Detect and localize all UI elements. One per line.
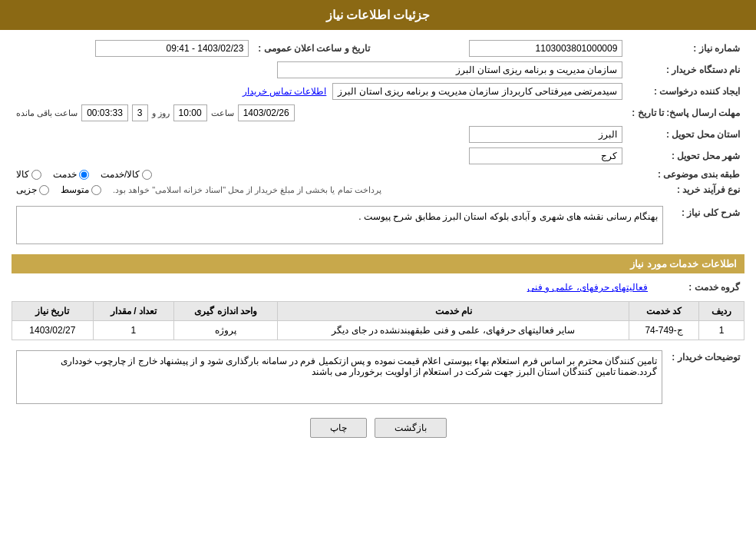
- category-khadamat-option[interactable]: خدمت: [53, 169, 89, 180]
- service-group-value[interactable]: فعالیتهای حرفهای، علمی و فنی: [527, 282, 648, 293]
- col-row-num: ردیف: [699, 302, 744, 321]
- requester-value: سیدمرتضی میرفتاحی کاربرداز سازمان مدیریت…: [332, 83, 622, 100]
- cell-unit: پروژه: [174, 321, 278, 340]
- col-date: تاریخ نیاز: [12, 302, 94, 321]
- need-desc-label: شرح کلی نیاز :: [668, 204, 744, 247]
- deadline-days: 3: [132, 104, 148, 121]
- buyer-notes-label: توضیحات خریدار :: [667, 348, 744, 406]
- need-desc-value: بهنگام رسانی نقشه های شهری و آبادی بلوکه…: [16, 206, 663, 244]
- service-group-label: گروه خدمت :: [652, 280, 744, 295]
- page-title: جزئیات اطلاعات نیاز: [326, 8, 431, 22]
- need-number-label: شماره نیاز :: [627, 38, 744, 59]
- buyer-org-value: سازمان مدیریت و برنامه ریزی استان البرز: [277, 61, 622, 78]
- page-header: جزئیات اطلاعات نیاز: [0, 0, 756, 30]
- deadline-date: 1403/02/26: [238, 104, 295, 121]
- col-unit: واحد اندازه گیری: [174, 302, 278, 321]
- cell-name: سایر فعالیتهای حرفهای، علمی و فنی طبقهبن…: [278, 321, 629, 340]
- cell-code: ج-749-74: [629, 321, 699, 340]
- process-note: پرداخت تمام یا بخشی از مبلغ خریدار از مح…: [113, 185, 381, 195]
- back-button[interactable]: بازگشت: [375, 418, 447, 438]
- category-kala-label: کالا: [16, 169, 29, 180]
- category-kala-radio[interactable]: [31, 170, 41, 180]
- deadline-time-label: ساعت: [211, 108, 234, 118]
- announce-label: تاریخ و ساعت اعلان عمومی :: [253, 38, 385, 59]
- table-row: 1 ج-749-74 سایر فعالیتهای حرفهای، علمی و…: [12, 321, 744, 340]
- need-number-value: 1103003801000009: [469, 40, 622, 57]
- services-table: ردیف کد خدمت نام خدمت واحد اندازه گیری ت…: [12, 301, 744, 340]
- cell-row-num: 1: [699, 321, 744, 340]
- process-jozvi-radio[interactable]: [39, 185, 49, 195]
- process-mottaset-option[interactable]: متوسط: [61, 184, 101, 195]
- category-khadamat-radio[interactable]: [79, 170, 89, 180]
- cell-date: 1403/02/27: [12, 321, 94, 340]
- remaining-time: 00:03:33: [81, 104, 128, 121]
- remaining-label: ساعت باقی مانده: [16, 108, 78, 118]
- buyer-notes-value: تامین کنندگان محترم بر اساس فرم استعلام …: [16, 350, 662, 404]
- process-mottaset-label: متوسط: [61, 184, 89, 195]
- requester-label: ایجاد کننده درخواست :: [627, 81, 744, 102]
- contact-link[interactable]: اطلاعات تماس خریدار: [243, 86, 327, 97]
- category-kala-option[interactable]: کالا: [16, 169, 41, 180]
- city-value: کرج: [469, 147, 622, 164]
- process-label: نوع فرآیند خرید :: [627, 182, 744, 197]
- deadline-label: مهلت ارسال پاسخ: تا تاریخ :: [627, 102, 744, 124]
- province-label: استان محل تحویل :: [627, 124, 744, 145]
- process-jozvi-option[interactable]: جزیی: [16, 184, 49, 195]
- col-name: نام خدمت: [278, 302, 629, 321]
- deadline-time: 10:00: [173, 104, 207, 121]
- category-kala-khadamat-label: کالا/خدمت: [101, 169, 140, 180]
- buyer-org-label: نام دستگاه خریدار :: [627, 59, 744, 81]
- services-section-title: اطلاعات خدمات مورد نیاز: [12, 254, 744, 273]
- button-row: بازگشت چاپ: [12, 418, 744, 438]
- category-kala-khadamat-option[interactable]: کالا/خدمت: [101, 169, 152, 180]
- print-button[interactable]: چاپ: [310, 418, 367, 438]
- category-khadamat-label: خدمت: [53, 169, 77, 180]
- category-label: طبقه بندی موضوعی :: [627, 167, 744, 182]
- city-label: شهر محل تحویل :: [627, 145, 744, 167]
- col-quantity: تعداد / مقدار: [93, 302, 174, 321]
- province-value: البرز: [469, 126, 622, 143]
- process-mottaset-radio[interactable]: [91, 185, 101, 195]
- process-jozvi-label: جزیی: [16, 184, 37, 195]
- deadline-days-label: روز و: [152, 108, 170, 118]
- category-kala-khadamat-radio[interactable]: [142, 170, 152, 180]
- cell-quantity: 1: [93, 321, 174, 340]
- col-code: کد خدمت: [629, 302, 699, 321]
- announce-value: 1403/02/23 - 09:41: [95, 40, 249, 57]
